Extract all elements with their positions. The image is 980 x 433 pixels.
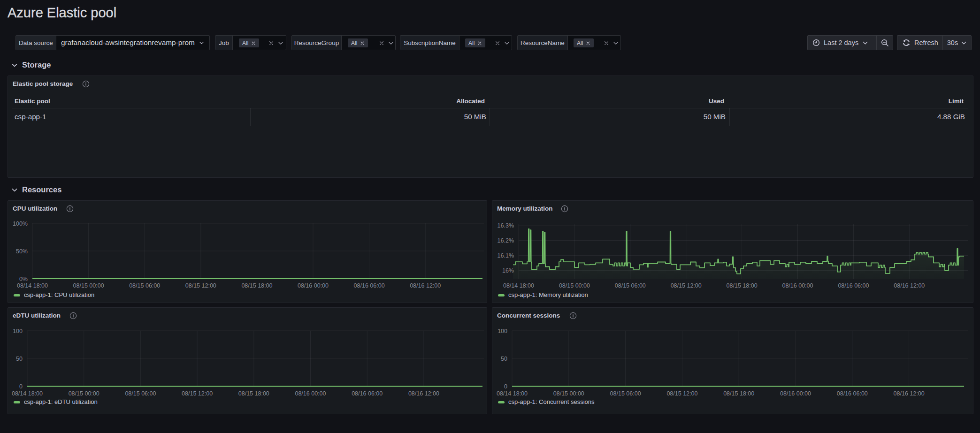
svg-text:100: 100: [498, 328, 507, 334]
svg-text:08/15 06:00: 08/15 06:00: [125, 390, 156, 397]
svg-text:08/14 18:00: 08/14 18:00: [497, 390, 528, 397]
svg-text:08/16 06:00: 08/16 06:00: [837, 390, 868, 397]
svg-text:08/16 12:00: 08/16 12:00: [408, 390, 439, 397]
svg-text:08/15 18:00: 08/15 18:00: [241, 282, 272, 289]
svg-text:08/16 00:00: 08/16 00:00: [780, 390, 811, 397]
svg-text:08/15 18:00: 08/15 18:00: [727, 282, 758, 289]
svg-text:08/15 06:00: 08/15 06:00: [610, 390, 641, 397]
svg-text:08/15 06:00: 08/15 06:00: [129, 282, 160, 289]
svg-text:50%: 50%: [16, 248, 28, 255]
svg-text:08/15 00:00: 08/15 00:00: [73, 282, 104, 289]
svg-text:08/15 00:00: 08/15 00:00: [559, 282, 590, 289]
svg-text:100%: 100%: [13, 220, 28, 227]
svg-text:0: 0: [504, 383, 507, 390]
svg-text:16.3%: 16.3%: [498, 222, 514, 229]
svg-text:50: 50: [501, 356, 507, 362]
svg-text:100: 100: [13, 328, 23, 334]
svg-text:08/15 12:00: 08/15 12:00: [185, 282, 216, 289]
svg-text:08/15 06:00: 08/15 06:00: [615, 282, 646, 289]
svg-text:08/16 06:00: 08/16 06:00: [352, 390, 383, 397]
svg-text:08/16 00:00: 08/16 00:00: [295, 390, 326, 397]
svg-text:16%: 16%: [502, 267, 514, 274]
svg-text:08/15 12:00: 08/15 12:00: [666, 390, 697, 397]
svg-text:08/15 12:00: 08/15 12:00: [182, 390, 213, 397]
svg-text:08/14 18:00: 08/14 18:00: [12, 390, 43, 397]
svg-text:08/15 18:00: 08/15 18:00: [238, 390, 269, 397]
svg-text:08/16 06:00: 08/16 06:00: [354, 282, 385, 289]
svg-text:08/16 00:00: 08/16 00:00: [782, 282, 813, 289]
svg-text:08/15 00:00: 08/15 00:00: [69, 390, 100, 397]
svg-text:08/15 12:00: 08/15 12:00: [671, 282, 702, 289]
svg-text:16.2%: 16.2%: [498, 237, 514, 244]
svg-text:08/16 06:00: 08/16 06:00: [838, 282, 869, 289]
svg-text:16.1%: 16.1%: [498, 252, 514, 259]
svg-text:08/15 00:00: 08/15 00:00: [553, 390, 584, 397]
svg-text:08/15 18:00: 08/15 18:00: [723, 390, 754, 397]
svg-text:08/16 12:00: 08/16 12:00: [410, 282, 441, 289]
svg-text:0%: 0%: [19, 276, 28, 282]
svg-text:0: 0: [19, 383, 23, 390]
svg-text:08/16 12:00: 08/16 12:00: [894, 390, 925, 397]
svg-text:08/16 12:00: 08/16 12:00: [894, 282, 925, 289]
svg-text:08/14 18:00: 08/14 18:00: [17, 282, 48, 289]
svg-text:08/16 00:00: 08/16 00:00: [298, 282, 329, 289]
svg-text:08/14 18:00: 08/14 18:00: [503, 282, 534, 289]
svg-text:50: 50: [16, 356, 23, 362]
